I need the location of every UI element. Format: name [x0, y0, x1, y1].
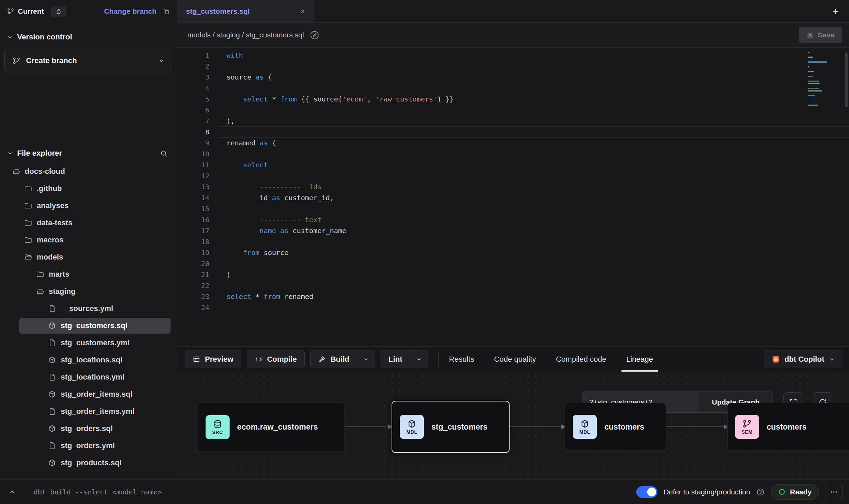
lint-button[interactable]: Lint [381, 350, 410, 368]
line-number: 7 [177, 116, 218, 127]
code-line[interactable]: 13 ---------- ids [177, 181, 849, 192]
lineage-node-stg-customers[interactable]: MDL stg_customers [392, 401, 510, 453]
code-line[interactable]: 5 select * from {{ source('ecom', 'raw_c… [177, 94, 849, 105]
code-line[interactable]: 8 [177, 127, 849, 137]
file-label: stg_orders.sql [61, 424, 113, 433]
lineage-node-customers-semantic[interactable]: SEM customers [727, 403, 849, 451]
file-row[interactable]: stg_products.sql [0, 454, 177, 471]
tab-stg-customers-sql[interactable]: stg_customers.sql [177, 0, 315, 22]
compile-button[interactable]: Compile [247, 350, 305, 368]
code-line[interactable]: 24 [177, 302, 849, 313]
build-button[interactable]: Build [310, 350, 357, 368]
code-line[interactable]: 15 [177, 203, 849, 214]
file-row[interactable]: stg_locations.sql [0, 351, 177, 369]
minimap[interactable] [808, 52, 828, 109]
create-branch-button[interactable]: Create branch [4, 49, 172, 72]
command-input[interactable]: dbt build --select <model_name> [34, 488, 162, 496]
code-line[interactable]: 12 [177, 170, 849, 181]
tab-compiled-code[interactable]: Compiled code [556, 347, 606, 372]
file-row[interactable]: .github [0, 180, 177, 197]
code-line[interactable]: 9renamed as ( [177, 137, 849, 148]
file-row[interactable]: stg_locations.yml [0, 369, 177, 386]
lint-split-button: Lint [381, 350, 428, 368]
code-line[interactable]: 4 [177, 83, 849, 94]
file-row[interactable]: stg_customers.yml [0, 334, 177, 351]
file-row[interactable]: docs-cloud [0, 163, 177, 180]
line-content: id as customer_id, [218, 192, 849, 203]
lineage-node-customers-model[interactable]: MDL customers [565, 403, 666, 451]
line-content: ) [218, 269, 849, 280]
code-line[interactable]: 2 [177, 61, 849, 72]
code-editor[interactable]: 1with23source as (45 select * from {{ so… [177, 48, 849, 346]
file-label: analyses [37, 201, 69, 210]
file-row[interactable]: marts [0, 266, 177, 283]
code-line[interactable]: 16 ---------- text [177, 214, 849, 225]
chevron-up-icon[interactable] [5, 485, 19, 499]
folder-open-icon [12, 167, 20, 176]
status-badge[interactable]: Ready [771, 484, 819, 500]
close-tab-icon[interactable] [300, 8, 306, 14]
version-control-header[interactable]: Version control [0, 29, 177, 45]
code-line[interactable]: 7), [177, 116, 849, 127]
code-line[interactable]: 20 [177, 258, 849, 269]
edit-breadcrumb-icon[interactable] [310, 30, 319, 40]
file-row[interactable]: stg_order_items.yml [0, 403, 177, 420]
file-explorer-header[interactable]: File explorer [0, 146, 177, 161]
file-row[interactable]: staging [0, 283, 177, 300]
file-row[interactable]: stg_order_items.sql [0, 386, 177, 403]
code-line[interactable]: 22 [177, 280, 849, 291]
code-line[interactable]: 21) [177, 269, 849, 280]
code-line[interactable]: 18 [177, 236, 849, 247]
dbt-copilot-button[interactable]: dbt Copilot [765, 350, 842, 368]
file-row[interactable]: stg_orders.sql [0, 420, 177, 437]
file-row[interactable]: macros [0, 231, 177, 249]
new-tab-icon[interactable] [831, 7, 840, 16]
editor-scrollbar[interactable] [845, 52, 848, 107]
change-branch-link[interactable]: Change branch [104, 7, 156, 15]
folder-icon [24, 219, 32, 227]
help-icon[interactable] [756, 488, 765, 496]
lint-label: Lint [388, 355, 402, 364]
tab-results[interactable]: Results [449, 347, 474, 372]
folder-icon [24, 184, 32, 193]
code-line[interactable]: 10 [177, 148, 849, 159]
create-branch-dropdown[interactable] [151, 49, 172, 72]
copy-branch-icon[interactable] [163, 8, 170, 15]
file-row[interactable]: models [0, 249, 177, 266]
lineage-panel[interactable]: Update Graph SRC ecom.raw_customers [177, 372, 849, 479]
code-line[interactable]: 23select * from renamed [177, 291, 849, 302]
lint-dropdown-button[interactable] [410, 350, 428, 368]
code-line[interactable]: 1with [177, 50, 849, 61]
line-content: renamed as ( [218, 137, 849, 148]
file-row[interactable]: stg_customers.sql [0, 317, 177, 334]
lock-icon [56, 8, 62, 14]
line-number: 12 [177, 170, 218, 181]
tab-code-quality[interactable]: Code quality [494, 347, 536, 372]
line-content: ), [218, 116, 849, 127]
code-line[interactable]: 19 from source [177, 247, 849, 258]
code-lines: 1with23source as (45 select * from {{ so… [177, 50, 849, 313]
tab-lineage[interactable]: Lineage [626, 347, 653, 372]
build-dropdown-button[interactable] [357, 350, 375, 368]
save-icon [806, 32, 814, 39]
create-branch-main[interactable]: Create branch [5, 56, 151, 65]
save-button[interactable]: Save [799, 27, 842, 43]
minimap-line [808, 100, 808, 101]
code-line[interactable]: 17 name as customer_name [177, 225, 849, 236]
defer-toggle[interactable] [636, 486, 658, 498]
code-line[interactable]: 11 select [177, 159, 849, 170]
more-options-button[interactable] [825, 484, 843, 500]
search-icon[interactable] [160, 149, 168, 157]
preview-button[interactable]: Preview [185, 350, 241, 368]
file-row[interactable]: stg_orders.yml [0, 437, 177, 454]
file-row[interactable]: __sources.yml [0, 300, 177, 317]
code-line[interactable]: 6 [177, 105, 849, 116]
lineage-node-source[interactable]: SRC ecom.raw_customers [198, 402, 345, 452]
current-branch[interactable]: Current [7, 6, 66, 17]
file-label: macros [37, 236, 63, 244]
file-row[interactable]: data-tests [0, 214, 177, 231]
line-content: select * from renamed [218, 291, 849, 302]
code-line[interactable]: 14 id as customer_id, [177, 192, 849, 203]
code-line[interactable]: 3source as ( [177, 72, 849, 83]
file-row[interactable]: analyses [0, 197, 177, 214]
